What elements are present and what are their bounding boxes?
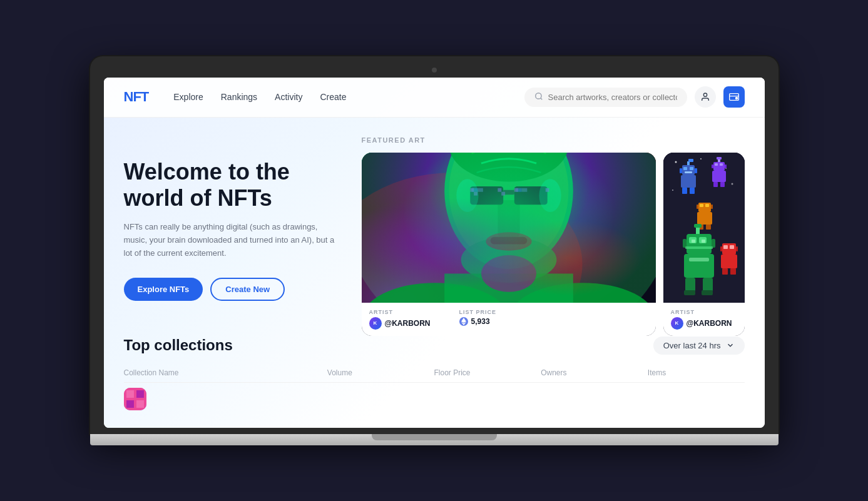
time-filter-dropdown[interactable]: Over last 24 hrs [653,337,745,355]
nav-create[interactable]: Create [320,92,346,102]
app-container: NFT Explore Rankings Activity Create [104,78,765,428]
svg-rect-90 [702,290,713,295]
svg-rect-72 [697,205,698,209]
svg-rect-49 [683,167,687,170]
secondary-art-card[interactable]: ARTIST K @KARBORN [663,153,745,336]
screen-bezel: NFT Explore Rankings Activity Create [90,56,779,434]
secondary-art-meta: ARTIST K @KARBORN [663,303,745,336]
svg-rect-74 [697,212,712,225]
hero-buttons: Explore NFTs Create New [124,278,337,301]
svg-rect-24 [545,188,549,191]
nav-links: Explore Rankings Activity Create [173,91,524,103]
svg-rect-99 [722,268,728,275]
svg-point-44 [700,158,702,159]
artist-handle: @KARBORN [385,319,431,328]
svg-rect-98 [721,255,737,268]
nav-explore[interactable]: Explore [173,92,203,102]
collection-thumbnail [124,388,146,410]
laptop-frame: NFT Explore Rankings Activity Create [90,56,779,445]
svg-rect-88 [703,278,713,291]
svg-rect-68 [717,157,722,159]
search-icon [534,92,543,103]
svg-rect-65 [713,182,718,187]
main-art-image [362,153,656,303]
hero-section: Welcome to the world of NFTs NFTs can re… [124,136,337,318]
nav-activity[interactable]: Activity [275,92,302,102]
secondary-artist-handle: @KARBORN [687,319,732,328]
svg-point-9 [444,153,573,269]
svg-rect-81 [702,240,705,243]
nav-rankings[interactable]: Rankings [221,92,257,102]
svg-rect-17 [516,188,521,191]
art-cards: ARTIST K @KARBORN LIST PRICE [362,153,745,336]
logo[interactable]: NFT [124,89,149,105]
svg-rect-23 [514,188,518,191]
secondary-artist-avatar: K [671,317,683,330]
nav-right [524,86,745,108]
wallet-icon-button[interactable] [723,86,745,108]
time-filter-label: Over last 24 hrs [663,341,721,350]
svg-rect-63 [725,164,727,168]
svg-rect-58 [688,159,693,162]
svg-rect-73 [711,205,713,209]
search-input[interactable] [548,93,677,102]
main-art-card[interactable]: ARTIST K @KARBORN LIST PRICE [362,153,656,336]
svg-rect-20 [474,191,477,195]
svg-marker-27 [538,153,559,154]
svg-rect-76 [706,225,711,230]
svg-rect-6 [362,153,656,303]
chevron-down-icon [726,341,735,350]
svg-rect-33 [444,273,573,303]
search-bar [524,88,687,107]
svg-marker-26 [461,153,481,154]
svg-rect-52 [695,168,697,173]
collection-name-cell [124,388,317,410]
svg-line-1 [540,98,542,99]
svg-point-35 [456,179,478,212]
svg-point-45 [731,183,733,185]
svg-rect-89 [684,290,695,295]
create-new-button[interactable]: Create New [210,278,285,301]
svg-rect-16 [477,188,483,191]
col-floor-price: Floor Price [434,368,531,377]
user-icon-button[interactable] [695,86,716,108]
svg-rect-64 [712,171,726,182]
svg-rect-19 [470,188,474,191]
svg-rect-71 [705,204,709,207]
col-volume: Volume [327,368,424,377]
svg-rect-22 [501,191,505,195]
featured-label: FEATURED ART [362,136,745,144]
table-row[interactable] [124,383,745,415]
svg-point-25 [449,153,568,182]
svg-rect-102 [126,390,134,398]
svg-rect-21 [498,188,501,191]
navbar: NFT Explore Rankings Activity Create [104,78,765,118]
svg-rect-14 [503,190,514,194]
svg-rect-87 [685,278,695,291]
secondary-art-image [663,153,745,303]
svg-rect-5 [735,98,737,99]
svg-rect-96 [720,246,722,251]
explore-nfts-button[interactable]: Explore NFTs [124,278,203,301]
hero-title: Welcome to the world of NFTs [124,159,337,211]
hero-description: NFTs can really be anything digital (suc… [124,221,337,260]
svg-rect-11 [498,200,519,236]
svg-rect-97 [736,246,738,251]
svg-rect-86 [685,246,713,249]
svg-rect-15 [472,188,477,191]
artist-avatar: K [369,317,382,330]
svg-point-2 [703,93,707,96]
svg-point-37 [486,232,531,250]
collections-header: Top collections Over last 24 hrs [124,337,745,355]
svg-rect-85 [689,258,709,261]
svg-point-10 [449,153,568,265]
svg-marker-39 [461,318,466,323]
svg-rect-95 [730,245,734,249]
svg-point-8 [362,172,583,302]
svg-rect-84 [684,254,714,278]
camera [432,68,437,73]
svg-rect-66 [720,182,725,187]
main-content: Welcome to the world of NFTs NFTs can re… [104,118,765,337]
svg-rect-54 [685,171,692,173]
svg-rect-104 [126,400,134,408]
